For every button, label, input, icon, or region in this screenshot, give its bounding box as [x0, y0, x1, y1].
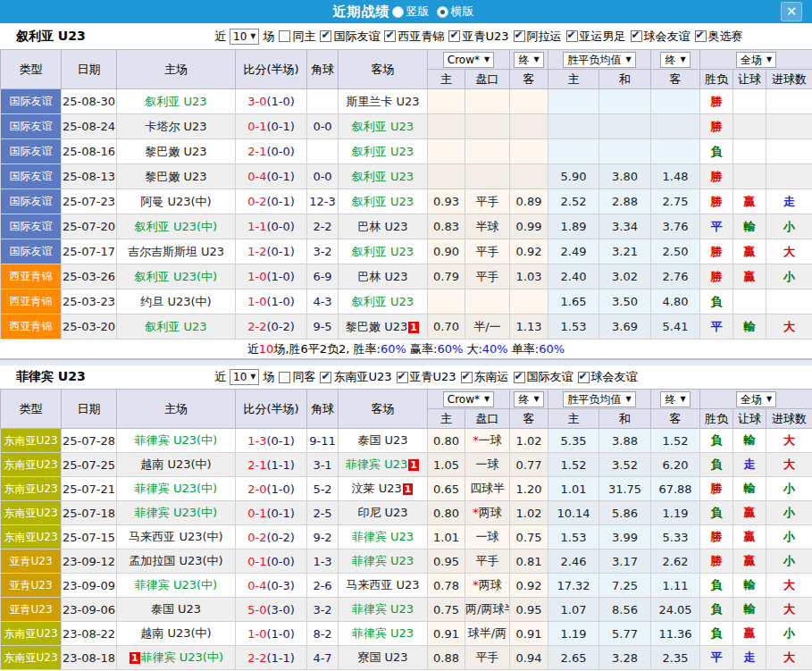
fulltime-score: 1-3 [247, 434, 266, 448]
radio-vertical-label[interactable]: 竖版 [406, 4, 430, 20]
avg-draw-odds: 3.21 [599, 239, 651, 264]
scope-select[interactable]: 全场▼ [736, 391, 776, 407]
result-handicap: 走 [733, 453, 766, 477]
result-handicap: 贏 [733, 501, 766, 525]
result-goals: 走 [766, 189, 812, 214]
avg-draw-odds: 31.75 [599, 477, 651, 501]
avg-home-odds: 2.65 [548, 646, 599, 670]
filter-checkbox-label[interactable]: 国际友谊 [527, 369, 573, 385]
team-name: 叙利亚 U23 [352, 170, 414, 183]
final-avg-select[interactable]: 终▼ [660, 52, 690, 68]
final-odds-select[interactable]: 终▼ [514, 391, 543, 407]
match-date: 25-03-23 [62, 289, 117, 315]
filter-checkbox-label[interactable]: 球会友谊 [591, 369, 638, 385]
radio-horizontal-label[interactable]: 横版 [451, 4, 474, 20]
handicap-away-odds: 0.94 [510, 646, 548, 670]
filter-checkbox-label[interactable]: 奥选赛 [708, 29, 743, 45]
match-date: 25-03-20 [62, 315, 117, 340]
home-team: 阿曼 U23(中) [117, 189, 236, 214]
handicap-home-odds [428, 89, 465, 114]
titlebar: 近期战绩 竖版 横版 ✕ [0, 0, 812, 23]
bookmaker-select[interactable]: Crow*▼ [443, 391, 494, 407]
table-row: 国际友谊25-07-20叙利亚 U23(中)1-1(0-0)2-2巴林 U230… [1, 214, 812, 239]
sub-column-header: 进球数 [766, 409, 812, 429]
filter-checkbox[interactable] [279, 372, 290, 383]
handicap-away-odds: 0.81 [510, 549, 548, 574]
type-badge: 国际友谊 [1, 89, 62, 114]
handicap-away-odds: 0.91 [510, 622, 548, 646]
home-team: 越南 U23(中) [117, 622, 236, 646]
handicap-line: 平手 [465, 189, 510, 214]
corner-score: 9-2 [307, 525, 339, 549]
result-wdl: 負 [700, 501, 733, 525]
filter-checkbox[interactable] [320, 30, 331, 42]
final-odds-select[interactable]: 终▼ [514, 52, 543, 68]
filter-checkbox[interactable] [514, 30, 525, 42]
halftime-score: (0-0) [266, 220, 294, 233]
fulltime-score: 1-0 [247, 295, 266, 308]
halftime-score: (1-0) [266, 95, 294, 108]
filter-checkbox[interactable] [461, 372, 473, 383]
filter-checkbox[interactable] [631, 30, 642, 42]
filter-checkbox[interactable] [397, 372, 408, 383]
score: 1-1(0-0) [236, 214, 307, 239]
table-row: 国际友谊25-07-17吉尔吉斯斯坦 U231-2(0-1)3-2叙利亚 U23… [1, 239, 812, 264]
result-goals: 大 [766, 574, 812, 598]
fulltime-score: 0-1 [247, 555, 266, 568]
filter-checkbox[interactable] [320, 372, 331, 383]
filter-checkbox[interactable] [578, 372, 590, 383]
filter-checkbox[interactable] [514, 372, 525, 383]
avg-odds-select[interactable]: 胜平负均值▼ [563, 52, 635, 68]
summary-segment: 大: [463, 342, 482, 356]
filter-checkbox[interactable] [384, 30, 396, 42]
handicap-home-odds: 0.95 [428, 549, 465, 574]
team-name: 菲律宾 U23(中) [135, 482, 217, 495]
away-team: 叙利亚 U23 [339, 239, 428, 264]
handicap-home-odds: 1.01 [428, 525, 465, 549]
score: 0-1(0-1) [236, 501, 307, 525]
final-avg-select[interactable]: 终▼ [660, 391, 690, 407]
filter-checkbox[interactable] [448, 30, 460, 42]
filter-checkbox-label[interactable]: 球会友谊 [644, 29, 691, 45]
column-header: 类型 [1, 50, 62, 89]
handicap-away-odds: 1.02 [510, 501, 548, 525]
scope-select[interactable]: 全场▼ [736, 52, 776, 68]
score: 1-0(1-0) [236, 289, 307, 315]
handicap-away-odds: 0.75 [510, 525, 548, 549]
radio-horizontal-layout[interactable] [437, 6, 448, 18]
filter-checkbox[interactable] [566, 30, 578, 42]
filter-checkbox-label[interactable]: 东南运 [474, 369, 509, 385]
card-badge: 1 [403, 483, 414, 495]
bookmaker-select[interactable]: Crow*▼ [443, 52, 494, 68]
filter-checkbox-label[interactable]: 同主 [292, 29, 315, 45]
sub-column-header: 主 [428, 70, 465, 89]
filter-checkbox[interactable] [279, 30, 290, 42]
avg-draw-odds [599, 139, 651, 164]
handicap-line-text: 两球 [479, 578, 502, 591]
filter-checkbox-label[interactable]: 国际友谊 [333, 29, 380, 45]
close-button[interactable]: ✕ [781, 2, 802, 21]
filter-checkbox[interactable] [695, 30, 707, 42]
team-name: 黎巴嫩 U23 [145, 170, 206, 183]
filter-checkbox-label[interactable]: 亚青U23 [410, 369, 456, 385]
filter-checkbox-label[interactable]: 阿拉运 [527, 29, 562, 45]
filter-checkbox-label[interactable]: 亚运男足 [580, 29, 626, 45]
fulltime-score: 0-2 [247, 195, 266, 208]
fulltime-score: 0-2 [247, 531, 266, 544]
avg-away-odds: 11.36 [651, 622, 700, 646]
home-team: 叙利亚 U23(中) [117, 214, 236, 239]
filter-checkbox-label[interactable]: 东南亚U23 [333, 369, 391, 385]
away-team: 黎巴嫩 U231 [339, 315, 428, 340]
avg-away-odds: 1.48 [651, 164, 700, 189]
match-count-select[interactable]: 10▼ [230, 29, 259, 45]
avg-odds-select[interactable]: 胜平负均值▼ [563, 391, 635, 407]
result-handicap: 輸 [733, 574, 766, 598]
home-team: 1菲律宾 U23(中) [117, 646, 236, 670]
match-count-select[interactable]: 10▼ [230, 369, 259, 385]
away-team: 马来西亚 U23 [339, 574, 428, 598]
filter-checkbox-label[interactable]: 同客 [292, 369, 315, 385]
halftime-score: (0-3) [266, 579, 294, 592]
radio-vertical-layout[interactable] [392, 6, 404, 18]
filter-checkbox-label[interactable]: 亚青U23 [462, 29, 508, 45]
filter-checkbox-label[interactable]: 西亚青锦 [398, 29, 444, 45]
